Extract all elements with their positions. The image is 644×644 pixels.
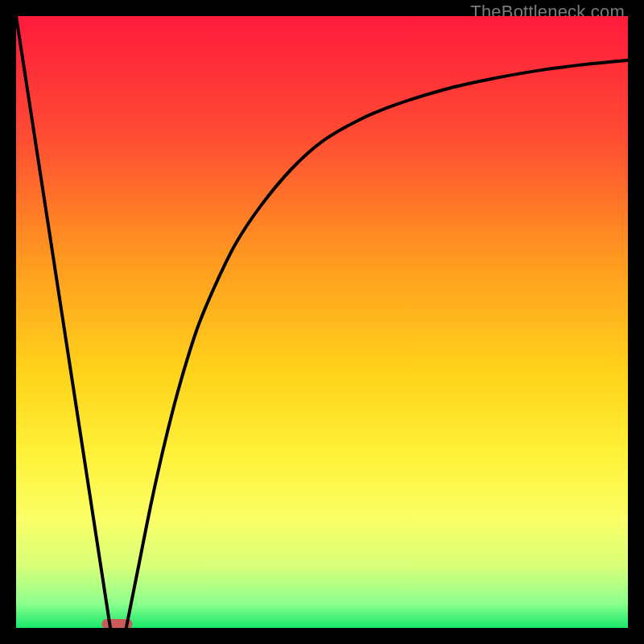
chart-frame: [16, 16, 628, 628]
bottleneck-chart: [16, 16, 628, 628]
gradient-background: [16, 16, 628, 628]
